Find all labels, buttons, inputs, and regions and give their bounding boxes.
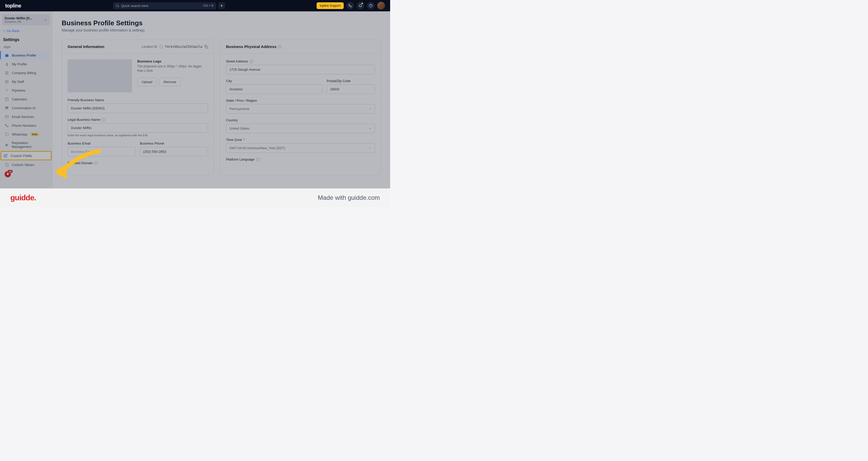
postal-label: Postal/Zip Code: [327, 79, 375, 83]
go-back-link[interactable]: Go Back: [3, 29, 49, 33]
sidebar-item-email-services[interactable]: Email Services: [2, 112, 50, 121]
info-icon: i: [159, 45, 163, 49]
chat-icon: [5, 106, 9, 110]
street-input[interactable]: [226, 65, 375, 74]
sidebar-item-my-staff[interactable]: My Staff: [2, 77, 50, 86]
watermark-bar: guidde. Made with guidde.com: [0, 188, 390, 207]
sidebar-item-conversation-ai[interactable]: Conversation AI: [2, 103, 50, 112]
business-email-input[interactable]: [68, 147, 136, 156]
sidebar-item-calendars[interactable]: Calendars: [2, 95, 50, 103]
user-avatar[interactable]: [377, 2, 385, 9]
timezone-select[interactable]: GMT-04:00 America/New_York (EDT): [226, 143, 375, 153]
city-input[interactable]: [226, 84, 322, 94]
business-logo-label: Business Logo: [137, 59, 208, 63]
sidebar-notification-item[interactable]: 19: [2, 170, 50, 178]
svg-rect-10: [5, 80, 8, 83]
svg-rect-22: [206, 46, 208, 48]
svg-rect-6: [5, 71, 6, 72]
search-placeholder: Quick search here: [121, 4, 149, 8]
state-label: State / Prov / Region: [226, 99, 375, 102]
location-id-value: f4rkiVQsxJaZIkCmaJlw: [165, 45, 203, 49]
phone-icon: [348, 4, 352, 7]
info-icon: i: [102, 118, 105, 122]
logo-preview: [68, 59, 132, 92]
sidebar-item-phone-numbers[interactable]: Phone Numbers: [2, 121, 50, 130]
bolt-button[interactable]: [218, 2, 225, 9]
workspace-name: Dunder Mifflin [D...: [5, 17, 32, 20]
info-icon: i: [249, 60, 253, 63]
guidde-logo: guidde.: [10, 193, 36, 202]
logo-hint: The proposed size is 350px * 180px. No b…: [137, 64, 208, 73]
sidebar-item-my-profile[interactable]: My Profile: [2, 60, 50, 68]
friendly-name-label: Friendly Business Name: [68, 98, 208, 102]
svg-line-1: [118, 6, 119, 7]
svg-rect-19: [5, 163, 8, 166]
chevron-down-icon: [368, 107, 372, 111]
phone-icon: [5, 123, 9, 127]
general-panel-title: General Information: [68, 44, 104, 49]
svg-rect-9: [7, 73, 8, 74]
svg-rect-8: [5, 73, 6, 74]
location-id-label: Location ID: [142, 45, 157, 49]
country-select[interactable]: United States: [226, 124, 375, 133]
page-title: Business Profile Settings: [62, 19, 381, 27]
search-shortcut: Ctrl + K: [203, 4, 213, 7]
address-panel-title: Business Physical Address: [226, 44, 276, 49]
timezone-label: Time Zone: [226, 138, 242, 142]
page-subtitle: Manage your business profile information…: [62, 28, 381, 32]
notification-dot: [362, 3, 363, 4]
info-icon: i: [94, 161, 98, 165]
country-label: Country: [226, 118, 375, 122]
address-panel: Business Physical Address i Street Addre…: [220, 39, 381, 176]
global-search[interactable]: Quick search here Ctrl + K: [113, 2, 216, 9]
legal-name-label: Legal Business Name: [68, 118, 100, 122]
beta-badge: beta: [30, 133, 39, 136]
notifications-button[interactable]: [356, 2, 364, 9]
edit-icon: [3, 154, 7, 158]
business-email-label: Business Email: [68, 142, 136, 145]
help-icon: [369, 4, 373, 7]
sidebar-item-reputation-management[interactable]: Reputation Management: [2, 139, 50, 151]
platform-lang-label: Platform Language: [226, 157, 254, 161]
sidebar-item-custom-fields[interactable]: Custom Fields: [1, 151, 52, 160]
info-icon: i: [278, 45, 281, 49]
search-icon: [116, 4, 119, 7]
sidebar-item-company-billing[interactable]: Company Billing: [2, 68, 50, 77]
whatsapp-icon: [5, 132, 9, 136]
brand-logo: topline: [5, 3, 21, 9]
chevron-down-icon: [44, 18, 48, 22]
main-content: Business Profile Settings Manage your bu…: [52, 11, 390, 207]
sidebar-item-pipelines[interactable]: Pipelines: [2, 86, 50, 95]
city-label: City: [226, 79, 322, 83]
business-phone-input[interactable]: [140, 147, 208, 156]
filter-icon: [5, 88, 9, 92]
sidebar-item-whatsapp[interactable]: WhatsApp beta: [2, 130, 50, 139]
values-icon: [5, 163, 9, 167]
made-with-text: Made with guidde.com: [318, 194, 380, 201]
chevron-left-icon: [3, 30, 6, 32]
upload-button[interactable]: Upload: [137, 78, 157, 86]
postal-input[interactable]: [327, 84, 375, 94]
copy-icon[interactable]: [204, 45, 208, 49]
legal-name-input[interactable]: [68, 123, 208, 133]
business-phone-label: Business Phone: [140, 142, 208, 145]
phone-button[interactable]: [346, 2, 354, 9]
workspace-location: Scranton, PA: [5, 20, 32, 23]
state-select[interactable]: Pennsylvania: [226, 104, 375, 114]
settings-header: Settings: [3, 37, 49, 42]
chevron-down-icon: [368, 127, 372, 130]
svg-point-0: [116, 4, 118, 7]
chevron-down-icon: [368, 147, 372, 150]
apps-section-label: Apps: [4, 45, 49, 49]
workspace-selector[interactable]: Dunder Mifflin [D... Scranton, PA: [2, 14, 50, 25]
remove-button[interactable]: Remove: [159, 78, 180, 86]
svg-marker-18: [5, 143, 8, 146]
friendly-name-input[interactable]: [68, 103, 208, 113]
sidebar-item-business-profile[interactable]: Business Profile: [0, 51, 50, 60]
svg-rect-12: [5, 98, 8, 101]
sidebar-item-custom-values[interactable]: Custom Values: [2, 160, 50, 169]
support-button[interactable]: topline Support: [317, 2, 344, 9]
help-button[interactable]: [367, 2, 375, 9]
mail-icon: [5, 115, 9, 119]
user-icon: [5, 62, 9, 66]
